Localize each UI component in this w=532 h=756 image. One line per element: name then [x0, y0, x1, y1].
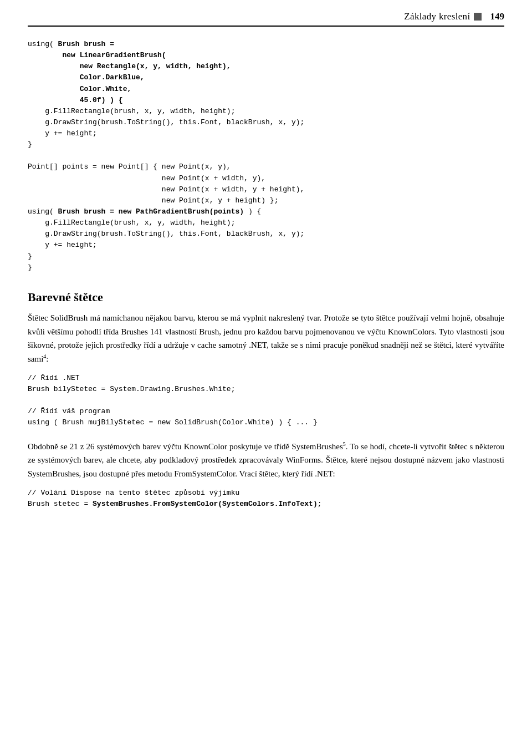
code-block-5: // Volání Dispose na tento štětec způsob… — [28, 488, 504, 510]
page-header: Základy kreslení 149 — [28, 11, 504, 27]
paragraph-2: Obdobně se 21 z 26 systémových barev výč… — [28, 440, 504, 481]
paragraph-1: Štětec SolidBrush má namíchanou nějakou … — [28, 311, 504, 366]
page-number: 149 — [490, 11, 505, 22]
header-title: Základy kreslení — [404, 11, 470, 22]
footnote-4: 4 — [43, 353, 46, 359]
header-icon — [474, 13, 482, 21]
code-block-4: // Řídí .NET Brush bilyStetec = System.D… — [28, 373, 504, 429]
section-heading: Barevné štětce — [28, 290, 504, 305]
code-block-1: using( Brush brush = new LinearGradientB… — [28, 39, 504, 150]
code-block-2: Point[] points = new Point[] { new Point… — [28, 161, 504, 273]
footnote-5: 5 — [343, 441, 346, 447]
